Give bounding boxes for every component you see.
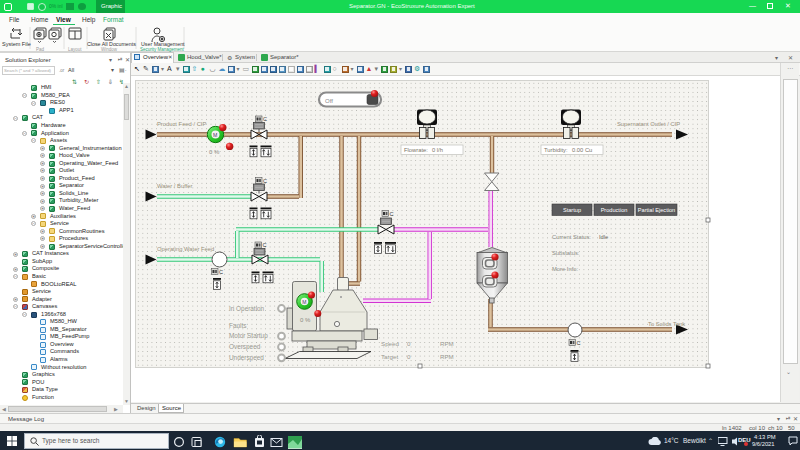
- svg-text:0 %: 0 %: [300, 317, 311, 323]
- svg-text:Production: Production: [601, 207, 628, 213]
- svg-text:Substatus:: Substatus:: [552, 250, 580, 256]
- svg-text:More Info:: More Info:: [552, 266, 578, 272]
- svg-text:RPM: RPM: [440, 353, 454, 360]
- svg-text:Product Feed / CIP: Product Feed / CIP: [157, 121, 206, 127]
- svg-text:M: M: [302, 299, 306, 305]
- svg-text:M: M: [213, 132, 217, 138]
- svg-text:Flowrate:: Flowrate:: [404, 147, 428, 153]
- svg-text:Underspeed: Underspeed: [229, 354, 264, 362]
- svg-text:In Operation: In Operation: [229, 305, 265, 313]
- svg-text:Speed: Speed: [381, 340, 399, 347]
- svg-text:RPM: RPM: [440, 340, 454, 347]
- svg-text:Off: Off: [325, 98, 333, 104]
- svg-text:Idle: Idle: [599, 234, 608, 240]
- svg-text:Operating Water Feed: Operating Water Feed: [157, 246, 214, 252]
- svg-text:Current Status:: Current Status:: [552, 234, 591, 240]
- svg-text:Water / Buffer: Water / Buffer: [157, 183, 193, 189]
- svg-text:0 %: 0 %: [209, 149, 220, 155]
- svg-text:To Solids Tank: To Solids Tank: [648, 321, 685, 327]
- svg-text:Faults: Faults: [229, 322, 246, 329]
- svg-text:Target: Target: [381, 353, 398, 360]
- svg-text:Motor Startup: Motor Startup: [229, 332, 268, 340]
- svg-text:Startup: Startup: [563, 207, 581, 213]
- svg-text:Supernatant Outlet / CIP: Supernatant Outlet / CIP: [617, 121, 680, 127]
- svg-text:Partial Ejection: Partial Ejection: [638, 207, 675, 213]
- svg-text:Turbidity:: Turbidity:: [544, 147, 568, 153]
- svg-text:0.00 Cu: 0.00 Cu: [572, 147, 592, 153]
- svg-text:0: 0: [407, 353, 411, 360]
- svg-text:0 l/h: 0 l/h: [432, 147, 443, 153]
- svg-text:Overspeed: Overspeed: [229, 343, 261, 351]
- svg-text:0: 0: [407, 340, 411, 347]
